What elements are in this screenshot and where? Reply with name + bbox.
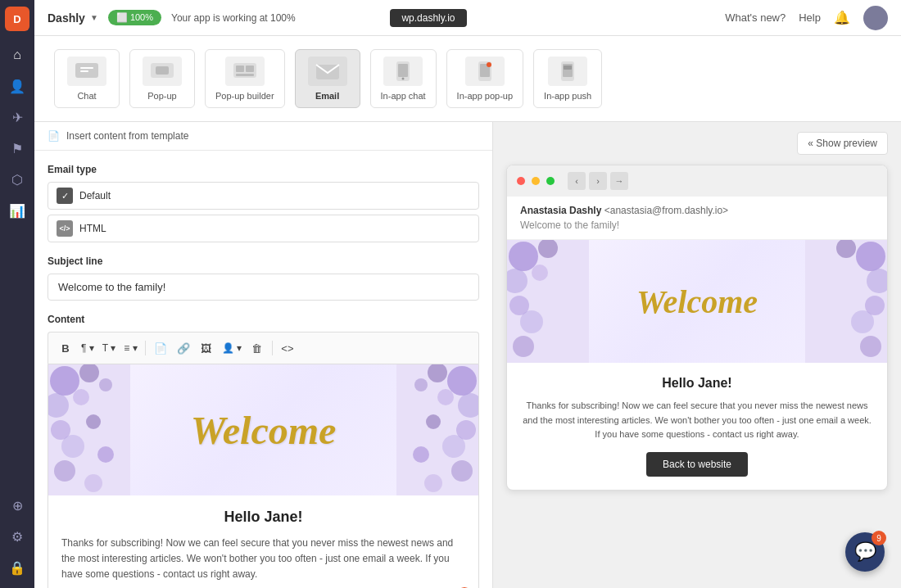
right-panel: « Show preview ‹ › →	[493, 122, 901, 588]
minimize-dot[interactable]	[532, 177, 540, 185]
sidebar-item-users[interactable]: 👤	[3, 72, 31, 100]
preview-header: « Show preview	[493, 122, 901, 165]
chat-icon: 💬	[854, 541, 876, 563]
default-checkbox: ✓	[57, 188, 73, 204]
app-url: wp.dashly.io	[390, 9, 466, 27]
avatar[interactable]	[863, 6, 888, 30]
tab-popup-builder[interactable]: Pop-up builder	[205, 49, 285, 108]
paragraph-dropdown[interactable]: ¶ ▾	[78, 341, 97, 355]
clear-button[interactable]: 🗑	[247, 337, 268, 359]
preview-welcome-text: Welcome	[636, 283, 758, 321]
nav-reload[interactable]: →	[610, 172, 628, 190]
show-preview-label: « Show preview	[808, 138, 877, 149]
email-tab-icon	[308, 57, 347, 86]
sidebar-item-home[interactable]: ⌂	[3, 41, 31, 69]
svg-rect-6	[236, 66, 244, 72]
topbar-right: What's new? Help 🔔	[725, 6, 888, 30]
file-button[interactable]: 📄	[150, 337, 171, 359]
sidebar-item-integrations[interactable]: ⊕	[3, 491, 31, 519]
nav-back[interactable]: ‹	[568, 172, 586, 190]
main-area: Dashly ▼ ⬜ 100% Your app is working at 1…	[34, 0, 901, 588]
sidebar-item-flows[interactable]: ⬡	[3, 165, 31, 193]
preview-cta-button[interactable]: Back to website	[646, 452, 748, 477]
html-label: HTML	[79, 223, 106, 234]
code-button[interactable]: <>	[277, 337, 298, 359]
tab-in-app-push-label: In-app push	[544, 91, 591, 101]
svg-point-38	[426, 414, 441, 429]
sidebar-item-settings[interactable]: ⚙	[3, 522, 31, 550]
svg-point-12	[402, 78, 405, 80]
notifications-button[interactable]: 🔔	[834, 10, 850, 25]
svg-point-41	[451, 460, 473, 482]
help-link[interactable]: Help	[799, 11, 821, 24]
tab-in-app-popup-label: In-app pop-up	[457, 91, 514, 101]
show-preview-button[interactable]: « Show preview	[797, 132, 888, 155]
sidebar-logo[interactable]: D	[5, 7, 29, 31]
chat-badge: 9	[872, 531, 886, 545]
tab-email[interactable]: Email	[295, 49, 360, 108]
channel-tabs: Chat Pop-up Pop-up builder Email In-app …	[34, 36, 901, 122]
maximize-dot[interactable]	[546, 177, 555, 185]
svg-point-42	[424, 474, 442, 492]
template-icon: 📄	[48, 130, 60, 142]
popup-builder-tab-icon	[225, 57, 265, 86]
sidebar-item-messages[interactable]: ✈	[3, 103, 31, 131]
sidebar-item-analytics[interactable]: 📊	[3, 197, 31, 224]
chat-tab-icon	[67, 57, 106, 86]
in-app-popup-icon	[465, 57, 505, 86]
whats-new-link[interactable]: What's new?	[725, 11, 786, 24]
svg-point-39	[442, 435, 465, 458]
preview-title: Hello Jane!	[520, 376, 874, 391]
sidebar-item-account[interactable]: 🔒	[3, 554, 31, 581]
preview-from-email: <anastasia@from.dashly.io>	[604, 205, 728, 216]
align-dropdown[interactable]: ≡ ▾	[120, 341, 140, 355]
close-dot[interactable]	[517, 177, 525, 185]
email-type-html[interactable]: </> HTML	[48, 215, 479, 242]
svg-point-29	[54, 460, 75, 482]
tab-chat[interactable]: Chat	[54, 49, 120, 108]
brand-chevron: ▼	[90, 13, 98, 22]
email-text: Thanks for subscribing! Now we can feel …	[61, 536, 465, 583]
svg-point-50	[513, 336, 534, 357]
template-bar[interactable]: 📄 Insert content from template	[34, 122, 492, 151]
text-dropdown[interactable]: T ▾	[99, 341, 119, 355]
svg-point-15	[487, 62, 491, 67]
email-preview-window: ‹ › → Anastasia Dashly <anastasia@from.d…	[506, 165, 888, 491]
tab-in-app-popup[interactable]: In-app pop-up	[446, 49, 524, 108]
brand-menu[interactable]: Dashly ▼	[48, 11, 98, 25]
toolbar-sep-2	[272, 341, 273, 355]
subject-label: Subject line	[48, 256, 479, 267]
template-label: Insert content from template	[66, 130, 188, 142]
tab-in-app-push[interactable]: In-app push	[533, 49, 602, 108]
person-dropdown[interactable]: 👤 ▾	[219, 341, 245, 355]
sidebar-item-campaigns[interactable]: ⚑	[3, 134, 31, 162]
link-button[interactable]: 🔗	[173, 337, 194, 359]
preview-subject: Welcome to the family!	[520, 219, 874, 231]
content-editor[interactable]: Welcome Hello Jane! Thanks for subscribi…	[48, 364, 479, 588]
topbar: Dashly ▼ ⬜ 100% Your app is working at 1…	[34, 0, 901, 36]
tab-in-app-chat-label: In-app chat	[381, 91, 426, 101]
svg-rect-8	[236, 74, 254, 76]
svg-point-47	[532, 265, 548, 281]
bold-button[interactable]: B	[55, 337, 76, 359]
email-type-label: Email type	[48, 164, 479, 175]
svg-point-32	[447, 366, 477, 396]
tab-email-label: Email	[315, 91, 339, 101]
image-button[interactable]: 🖼	[196, 337, 217, 359]
chat-bubble[interactable]: 💬 9	[845, 532, 885, 572]
svg-point-56	[851, 310, 874, 333]
svg-point-57	[860, 336, 881, 357]
nav-forward[interactable]: ›	[589, 172, 607, 190]
svg-point-24	[99, 378, 112, 391]
tab-popup[interactable]: Pop-up	[129, 49, 195, 108]
svg-point-20	[50, 366, 79, 396]
email-title: Hello Jane!	[61, 509, 465, 526]
in-app-push-icon	[548, 57, 587, 86]
subject-input[interactable]	[48, 274, 479, 301]
svg-point-49	[520, 310, 543, 333]
email-type-default[interactable]: ✓ Default	[48, 182, 479, 210]
tab-in-app-chat[interactable]: In-app chat	[370, 49, 437, 108]
svg-rect-4	[156, 66, 169, 75]
email-body: Hello Jane! Thanks for subscribing! Now …	[48, 495, 478, 588]
svg-point-30	[84, 474, 102, 492]
